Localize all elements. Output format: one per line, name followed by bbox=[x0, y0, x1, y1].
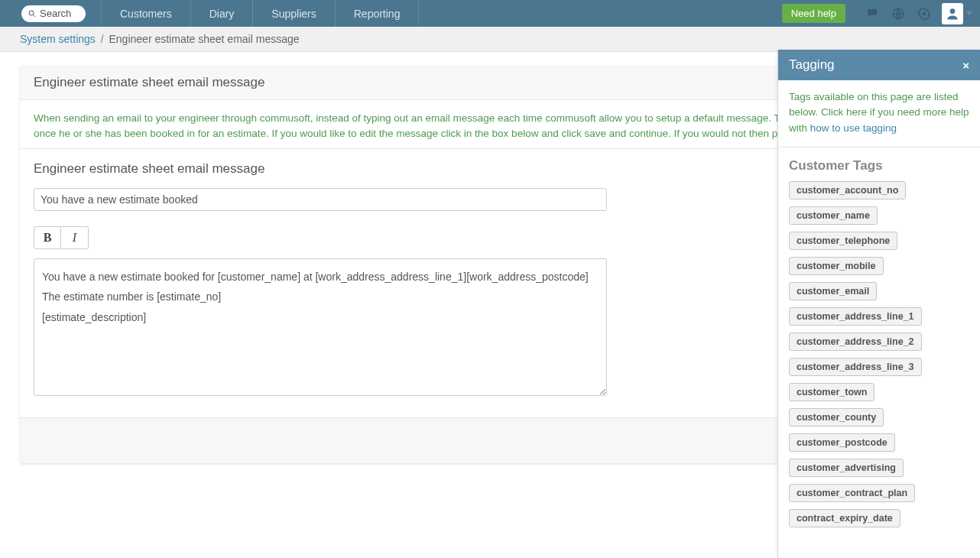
tag-chip[interactable]: customer_postcode bbox=[789, 433, 895, 452]
tag-chip[interactable]: customer_telephone bbox=[789, 232, 897, 250]
nav-separator bbox=[418, 0, 419, 27]
tag-chip[interactable]: customer_address_line_3 bbox=[789, 358, 922, 376]
tag-chip[interactable]: customer_mobile bbox=[789, 257, 884, 275]
tag-chip[interactable]: customer_town bbox=[789, 383, 875, 401]
search-label: Search bbox=[40, 8, 71, 19]
search-pill[interactable]: Search bbox=[21, 5, 86, 22]
top-nav: Search Customers Diary Suppliers Reporti… bbox=[0, 0, 980, 27]
customer-tags-container: customer_account_nocustomer_namecustomer… bbox=[789, 181, 969, 534]
tagging-panel: Tagging × Tags available on this page ar… bbox=[777, 50, 980, 556]
how-to-use-tagging-link[interactable]: how to use tagging bbox=[810, 122, 897, 134]
body-editor[interactable]: You have a new estimate booked for [cust… bbox=[34, 258, 607, 396]
chevron-down-icon[interactable] bbox=[966, 11, 972, 15]
tag-chip[interactable]: contract_expiry_date bbox=[789, 509, 900, 527]
svg-point-3 bbox=[923, 11, 926, 15]
bold-button[interactable]: B bbox=[34, 226, 61, 249]
tag-list-scroll[interactable]: Customer Tags customer_account_nocustome… bbox=[778, 148, 980, 556]
tag-chip[interactable]: customer_address_line_2 bbox=[789, 333, 922, 351]
close-icon[interactable]: × bbox=[962, 59, 969, 72]
nav-customers[interactable]: Customers bbox=[102, 0, 190, 27]
tag-chip[interactable]: customer_contract_plan bbox=[789, 484, 915, 502]
breadcrumb-current: Engineer estimate sheet email message bbox=[109, 33, 300, 45]
nav-suppliers[interactable]: Suppliers bbox=[253, 0, 334, 27]
chat-icon[interactable] bbox=[859, 0, 885, 27]
tag-chip[interactable]: customer_email bbox=[789, 282, 877, 300]
work-address-tags-heading: Work Address Tags bbox=[789, 556, 969, 556]
italic-button[interactable]: I bbox=[61, 226, 89, 249]
nav-reporting[interactable]: Reporting bbox=[336, 0, 419, 27]
svg-line-1 bbox=[34, 15, 36, 17]
globe-icon[interactable] bbox=[885, 0, 911, 27]
breadcrumb-root[interactable]: System settings bbox=[20, 33, 96, 45]
panel-sub-title: Engineer estimate sheet email message bbox=[34, 161, 264, 177]
tag-chip[interactable]: customer_account_no bbox=[789, 181, 906, 200]
tagging-title: Tagging bbox=[789, 57, 835, 73]
tag-chip[interactable]: customer_county bbox=[789, 408, 884, 427]
breadcrumb-separator: / bbox=[101, 33, 104, 45]
subject-input[interactable] bbox=[34, 188, 607, 211]
avatar[interactable] bbox=[942, 3, 963, 24]
svg-point-4 bbox=[950, 8, 956, 14]
breadcrumb: System settings / Engineer estimate shee… bbox=[0, 27, 980, 52]
need-help-button[interactable]: Need help bbox=[782, 4, 845, 23]
tagging-header: Tagging × bbox=[778, 50, 980, 80]
tagging-description: Tags available on this page are listed b… bbox=[778, 80, 980, 148]
tag-chip[interactable]: customer_name bbox=[789, 206, 878, 225]
customer-tags-heading: Customer Tags bbox=[789, 158, 969, 174]
svg-point-0 bbox=[29, 11, 34, 15]
tag-chip[interactable]: customer_address_line_1 bbox=[789, 307, 922, 326]
search-icon bbox=[28, 9, 37, 18]
gear-icon[interactable] bbox=[911, 0, 937, 27]
nav-diary[interactable]: Diary bbox=[191, 0, 253, 27]
tag-chip[interactable]: customer_advertising bbox=[789, 459, 904, 477]
